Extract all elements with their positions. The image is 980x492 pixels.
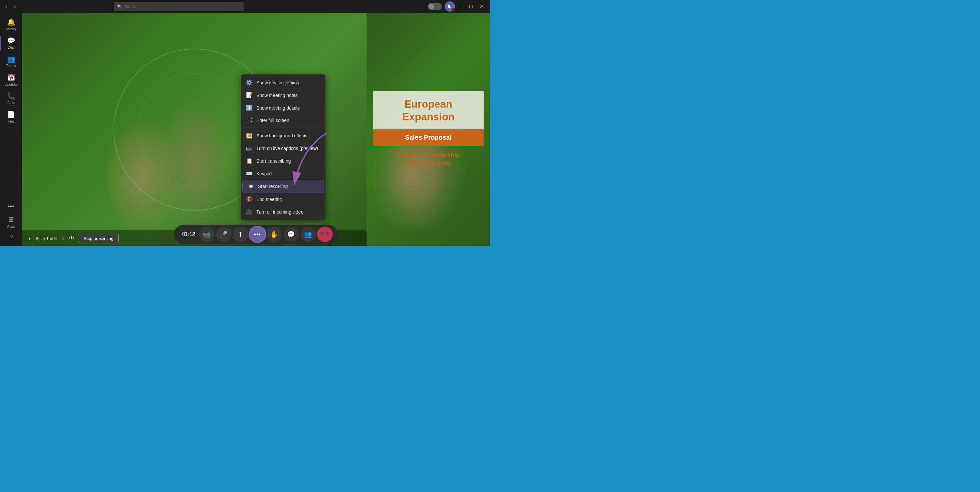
menu-item-label-live-captions: Turn on live captions (preview) — [256, 146, 318, 151]
menu-item-live-captions[interactable]: 📺 Turn on live captions (preview) — [241, 142, 325, 155]
menu-item-label-fullscreen: Enter full screen — [256, 117, 289, 123]
turn-off-video-icon: 🎥 — [246, 209, 253, 215]
call-timer: 01:12 — [179, 232, 197, 237]
slide-content: European Expansion Sales Proposal Innova… — [367, 13, 490, 246]
device-settings-icon: ⚙️ — [246, 79, 253, 86]
menu-item-fullscreen[interactable]: ⛶ Enter full screen — [241, 114, 325, 126]
sidebar-item-calls[interactable]: 📞 Calls — [0, 89, 22, 107]
sidebar-item-label-calls: Calls — [8, 101, 14, 105]
meeting-notes-icon: 📝 — [246, 92, 253, 98]
menu-item-label-end-meeting: End meeting — [256, 197, 282, 202]
share-icon: ⬆ — [238, 230, 243, 238]
live-captions-icon: 📺 — [246, 145, 253, 151]
chat-icon-ctrl: 💬 — [287, 230, 295, 238]
camera-button[interactable]: 📹 — [199, 227, 215, 242]
slide-main-title: European Expansion — [380, 98, 477, 123]
more-button[interactable]: ••• — [250, 227, 265, 242]
sidebar-item-calendar[interactable]: 📅 Calendar — [0, 71, 22, 89]
sidebar-item-help[interactable]: ? — [0, 231, 22, 243]
menu-item-label-device-settings: Show device settings — [256, 80, 299, 85]
transcribe-icon: 📋 — [246, 158, 253, 164]
sidebar-item-label-apps: Apps — [8, 225, 15, 228]
slide-text-overlay: European Expansion Sales Proposal Innova… — [367, 13, 490, 246]
nav-forward-button[interactable]: › — [12, 3, 18, 10]
slide-tagline: Innovation. Leadership.Growth. Security. — [396, 151, 461, 167]
menu-item-label-meeting-notes: Show meeting notes — [256, 93, 298, 98]
minimize-button[interactable]: – — [458, 3, 465, 11]
sidebar-item-apps[interactable]: ⊞ Apps — [0, 213, 22, 231]
menu-item-meeting-details[interactable]: ℹ️ Show meeting details — [241, 102, 325, 114]
chat-icon: 💬 — [7, 37, 15, 44]
maximize-button[interactable]: □ — [467, 3, 475, 11]
menu-item-label-meeting-details: Show meeting details — [256, 105, 300, 111]
participants-button[interactable]: 👥 — [300, 227, 316, 242]
sidebar-item-label-chat: Chat — [8, 46, 14, 49]
activity-icon: 🔔 — [7, 18, 15, 26]
mute-icon: 🎤 — [220, 230, 228, 238]
calls-icon: 📞 — [7, 92, 15, 100]
menu-item-transcribe[interactable]: 📋 Start transcribing — [241, 155, 325, 167]
dropdown-menu: ⚙️ Show device settings 📝 Show meeting n… — [241, 74, 325, 220]
menu-item-label-transcribe: Start transcribing — [256, 159, 291, 163]
menu-item-turn-off-video[interactable]: 🎥 Turn off incoming video — [241, 205, 325, 218]
search-icon: 🔍 — [117, 4, 122, 9]
camera-icon: 📹 — [203, 230, 211, 238]
meeting-details-icon: ℹ️ — [246, 105, 253, 111]
status-dot — [452, 8, 455, 12]
menu-item-label-start-recording: Start recording — [258, 184, 288, 189]
sidebar-bottom: ••• ⊞ Apps ? — [0, 200, 22, 246]
search-input[interactable] — [124, 4, 240, 9]
menu-divider-1 — [241, 128, 325, 128]
teams-icon: 👥 — [7, 55, 15, 63]
sidebar-item-label-files: Files — [8, 120, 14, 123]
sidebar-item-more[interactable]: ••• — [0, 200, 22, 213]
end-meeting-icon: 📵 — [246, 196, 253, 202]
search-bar[interactable]: 🔍 — [114, 2, 243, 11]
help-icon: ? — [9, 233, 13, 241]
sidebar: 🔔 Activity 💬 Chat 👥 Teams 📅 Calendar 📞 C… — [0, 13, 22, 246]
apps-icon: ⊞ — [8, 216, 14, 223]
slide-title-box: European Expansion — [373, 91, 484, 129]
sidebar-item-activity[interactable]: 🔔 Activity — [0, 16, 22, 33]
nav-back-button[interactable]: ‹ — [4, 3, 10, 10]
toggle-switch[interactable] — [428, 3, 442, 10]
calendar-icon: 📅 — [7, 74, 15, 81]
menu-item-meeting-notes[interactable]: 📝 Show meeting notes — [241, 89, 325, 102]
menu-item-label-bg-effects: Show background effects — [256, 133, 307, 138]
raise-hand-button[interactable]: ✋ — [267, 227, 282, 242]
title-bar: ‹ › 🔍 IL – □ ✕ — [0, 0, 490, 13]
end-call-button[interactable]: 📞 — [317, 227, 333, 242]
menu-item-label-turn-off-video: Turn off incoming video — [256, 209, 304, 214]
menu-item-label-keypad: Keypad — [256, 171, 272, 176]
participants-icon: 👥 — [304, 230, 312, 238]
menu-item-bg-effects[interactable]: 🖼️ Show background effects — [241, 129, 325, 142]
keypad-icon: ⌨️ — [246, 170, 253, 177]
slide-preview: European Expansion Sales Proposal Innova… — [367, 13, 490, 246]
main-area: 🔔 Activity 💬 Chat 👥 Teams 📅 Calendar 📞 C… — [0, 13, 490, 246]
start-recording-icon: ⏺ — [248, 183, 254, 189]
more-icon: ••• — [254, 231, 261, 238]
menu-item-start-recording[interactable]: ⏺ Start recording — [242, 180, 324, 193]
menu-item-keypad[interactable]: ⌨️ Keypad — [241, 167, 325, 180]
mute-button[interactable]: 🎤 — [216, 227, 232, 242]
sidebar-item-label-teams: Teams — [6, 64, 16, 68]
files-icon: 📄 — [7, 111, 15, 118]
sidebar-item-files[interactable]: 📄 Files — [0, 108, 22, 126]
raise-hand-icon: ✋ — [270, 230, 278, 238]
sidebar-item-teams[interactable]: 👥 Teams — [0, 52, 22, 70]
avatar[interactable]: IL — [445, 1, 455, 12]
controls-bar: 01:12 📹 🎤 ⬆ ••• ✋ 💬 — [22, 223, 490, 246]
controls-pill: 01:12 📹 🎤 ⬆ ••• ✋ 💬 — [174, 225, 337, 244]
sidebar-item-label-activity: Activity — [6, 27, 16, 31]
menu-item-device-settings[interactable]: ⚙️ Show device settings — [241, 76, 325, 89]
sidebar-item-label-calendar: Calendar — [5, 83, 18, 86]
chat-button[interactable]: 💬 — [283, 227, 299, 242]
close-button[interactable]: ✕ — [477, 2, 486, 11]
title-bar-right: IL – □ ✕ — [428, 1, 486, 12]
share-button[interactable]: ⬆ — [233, 227, 248, 242]
circle-decoration-2 — [138, 73, 251, 186]
sidebar-item-chat[interactable]: 💬 Chat — [0, 34, 22, 52]
menu-item-end-meeting[interactable]: 📵 End meeting — [241, 193, 325, 205]
slide-subtitle: Sales Proposal — [380, 134, 477, 141]
slide-subtitle-box: Sales Proposal — [373, 129, 484, 146]
